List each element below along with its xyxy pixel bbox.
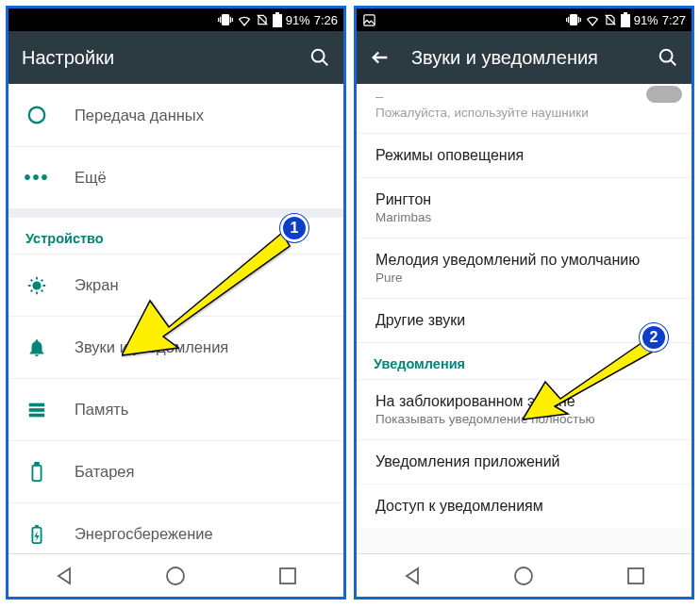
- image-placeholder-icon: [362, 13, 376, 27]
- storage-icon: [25, 399, 48, 421]
- brightness-icon: [25, 274, 48, 297]
- settings-list: Передача данных ••• Ещё Устройство Экран…: [8, 84, 343, 553]
- list-label: Ещё: [75, 169, 107, 187]
- wifi-icon: [237, 12, 252, 27]
- list-label: Звуки и уведомления: [75, 338, 228, 356]
- toggle-disabled-icon: [646, 86, 682, 103]
- svg-point-21: [515, 567, 532, 584]
- back-icon[interactable]: [370, 47, 391, 68]
- item-title: На заблокированном экране: [375, 393, 673, 410]
- svg-rect-14: [280, 568, 295, 583]
- back-nav-icon[interactable]: [401, 565, 424, 587]
- svg-rect-22: [628, 568, 643, 583]
- page-title: Звуки и уведомления: [411, 47, 637, 69]
- search-icon[interactable]: [309, 47, 330, 68]
- battery-percent: 91%: [286, 13, 310, 27]
- svg-rect-8: [29, 413, 45, 417]
- phone-left-settings: 91% 7:26 Настройки Передача данных ••• Е…: [6, 6, 346, 600]
- clock: 7:26: [314, 13, 338, 27]
- hint-text: Пожалуйста, используйте наушники: [375, 106, 673, 120]
- list-item-ringtone[interactable]: Рингтон Marimbas: [357, 177, 692, 238]
- svg-rect-7: [29, 408, 45, 412]
- svg-rect-6: [29, 403, 45, 406]
- item-title: Доступ к уведомлениям: [375, 498, 673, 515]
- item-sub: Pure: [375, 271, 673, 285]
- page-title: Настройки: [22, 47, 289, 69]
- clock: 7:27: [662, 13, 686, 27]
- search-icon[interactable]: [658, 47, 678, 68]
- item-sub: Показывать уведомление полностью: [375, 412, 673, 426]
- list-label: Батарея: [75, 463, 134, 481]
- svg-rect-17: [621, 14, 630, 27]
- list-label: Память: [75, 401, 128, 419]
- svg-rect-18: [624, 12, 627, 14]
- list-item-notif-melody[interactable]: Мелодия уведомлений по умолчанию Pure: [357, 238, 692, 298]
- svg-rect-12: [35, 524, 39, 527]
- list-label: Передача данных: [75, 107, 204, 124]
- phone-right-sound: 91% 7:27 Звуки и уведомления – Пожалуйст…: [354, 6, 694, 600]
- annotation-badge-2: 2: [640, 323, 668, 352]
- list-label: Энергосбережение: [75, 525, 213, 543]
- annotation-badge-1: 1: [280, 214, 308, 242]
- battery-icon: [273, 12, 282, 27]
- svg-rect-10: [35, 462, 39, 465]
- svg-line-3: [323, 60, 328, 66]
- list-item-notification-access[interactable]: Доступ к уведомлениям: [357, 484, 692, 528]
- svg-point-4: [29, 107, 45, 123]
- battery-settings-icon: [25, 461, 48, 484]
- list-item-sound[interactable]: Звуки и уведомления: [8, 316, 343, 378]
- data-usage-icon: [25, 104, 48, 126]
- app-bar: Звуки и уведомления: [357, 31, 692, 84]
- recent-nav-icon[interactable]: [276, 565, 299, 587]
- list-label: Экран: [75, 276, 119, 294]
- list-item-energy[interactable]: Энергосбережение: [8, 502, 343, 553]
- no-sim-icon: [604, 13, 617, 26]
- item-title: Режимы оповещения: [375, 147, 673, 164]
- list-item-storage[interactable]: Память: [8, 378, 343, 440]
- back-nav-icon[interactable]: [53, 565, 75, 587]
- list-item-lock-screen[interactable]: На заблокированном экране Показывать уве…: [357, 379, 692, 439]
- svg-rect-16: [364, 14, 375, 25]
- battery-percent: 91%: [634, 13, 658, 27]
- no-sim-icon: [256, 13, 269, 26]
- list-item-battery[interactable]: Батарея: [8, 440, 343, 502]
- nav-bar: [8, 553, 343, 597]
- svg-point-5: [32, 281, 41, 289]
- energy-icon: [25, 523, 48, 546]
- section-notifications: Уведомления: [357, 342, 692, 379]
- item-sub: Marimbas: [375, 210, 673, 224]
- svg-point-13: [167, 567, 184, 584]
- list-item-data-usage[interactable]: Передача данных: [8, 84, 343, 146]
- wifi-icon: [585, 12, 600, 27]
- list-item-display[interactable]: Экран: [8, 254, 343, 316]
- battery-icon: [621, 12, 630, 27]
- home-nav-icon[interactable]: [164, 565, 187, 587]
- svg-point-19: [660, 50, 673, 62]
- svg-rect-9: [32, 465, 41, 481]
- item-title: Уведомления приложений: [375, 453, 673, 470]
- list-item-app-notifications[interactable]: Уведомления приложений: [357, 439, 692, 484]
- nav-bar: [357, 553, 692, 597]
- svg-rect-1: [275, 12, 279, 14]
- item-title: Другие звуки: [375, 312, 673, 329]
- sound-settings-list: – Пожалуйста, используйте наушники Режим…: [357, 84, 692, 553]
- svg-rect-0: [273, 14, 282, 27]
- recent-nav-icon[interactable]: [625, 565, 647, 587]
- status-bar: 91% 7:27: [357, 8, 692, 31]
- app-bar: Настройки: [8, 31, 343, 84]
- svg-line-20: [671, 60, 676, 66]
- list-item-partial-disabled: – Пожалуйста, используйте наушники: [357, 84, 692, 133]
- list-item-more[interactable]: ••• Ещё: [8, 146, 343, 208]
- bell-icon: [25, 337, 48, 359]
- more-icon: •••: [25, 167, 48, 189]
- home-nav-icon[interactable]: [512, 565, 535, 587]
- item-title: Рингтон: [375, 191, 673, 208]
- svg-point-2: [312, 50, 325, 62]
- vibrate-icon: [566, 12, 581, 27]
- list-item-alert-modes[interactable]: Режимы оповещения: [357, 133, 692, 177]
- item-title: Мелодия уведомлений по умолчанию: [375, 252, 673, 269]
- status-bar: 91% 7:26: [8, 8, 343, 31]
- vibrate-icon: [218, 12, 233, 27]
